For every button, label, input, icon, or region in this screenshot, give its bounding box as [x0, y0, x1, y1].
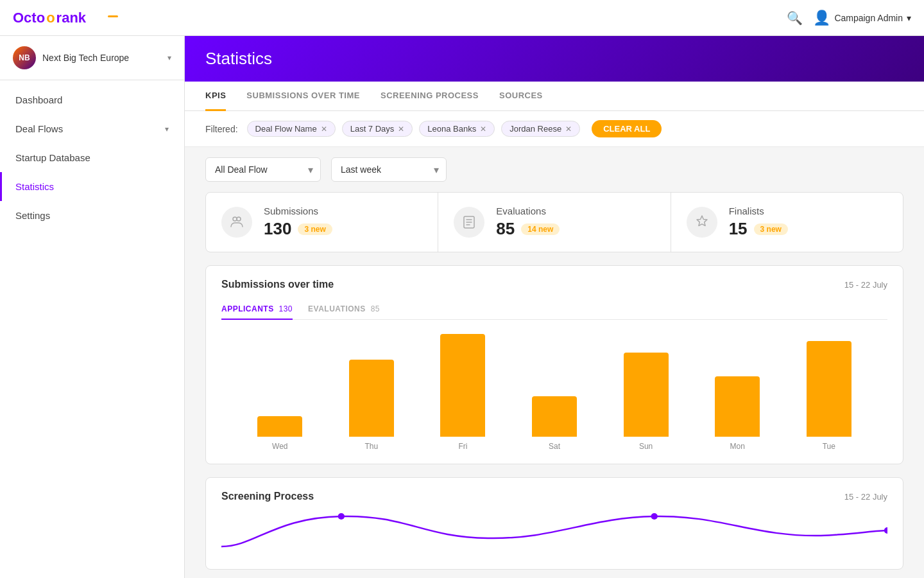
finalists-value-row: 15 3 new [729, 219, 788, 239]
screening-curve-chart [221, 511, 887, 556]
topnav-right: 🔍 👤 Campaign Admin ▾ [787, 10, 911, 26]
finalists-title: Finalists [729, 206, 788, 216]
evaluations-tab-label: EVALUATIONS [308, 304, 366, 313]
filter-chip-last-7-days[interactable]: Last 7 Days ✕ [342, 121, 413, 137]
kpi-card-evaluations: Evaluations 85 14 new [438, 193, 671, 252]
sidebar-item-statistics[interactable]: Statistics [0, 172, 184, 201]
main-layout: NB Next Big Tech Europe ▾ Dashboard Deal… [0, 36, 924, 578]
tab-screening-process[interactable]: SCREENING PROCESS [381, 82, 479, 111]
search-button[interactable]: 🔍 [787, 10, 803, 26]
logo-underline [108, 15, 118, 17]
filters-section: Filtered: Deal Flow Name ✕ Last 7 Days ✕… [185, 111, 924, 147]
chip-deal-flow-name-text: Deal Flow Name [255, 124, 317, 134]
deal-flows-arrow-icon: ▾ [165, 125, 169, 134]
kpi-card-finalists: Finalists 15 3 new [671, 193, 903, 252]
finalists-badge: 3 new [754, 223, 788, 235]
evaluations-tab-count: 85 [371, 304, 380, 313]
chip-leona-banks-text: Leona Banks [427, 124, 476, 134]
filter-chip-leona-banks[interactable]: Leona Banks ✕ [419, 121, 495, 137]
sidebar: NB Next Big Tech Europe ▾ Dashboard Deal… [0, 36, 185, 578]
chart-tab-evaluations[interactable]: EVALUATIONS 85 [308, 299, 380, 320]
evaluations-value: 85 [496, 219, 515, 239]
chart-tab-applicants[interactable]: APPLICANTS 130 [221, 299, 293, 320]
org-selector[interactable]: NB Next Big Tech Europe ▾ [0, 36, 184, 80]
page-title: Statistics [205, 49, 903, 69]
bar-mon [715, 376, 760, 437]
org-chevron-icon: ▾ [167, 53, 171, 62]
finalists-icon [687, 207, 717, 238]
kpi-tabs-bar: KPIs SUBMISSIONS OVER TIME SCREENING PRO… [185, 82, 924, 111]
submissions-title: Submissions [264, 206, 332, 216]
logo: Octoorank [13, 10, 118, 26]
dropdowns-row: All Deal Flow Deal Flow 1 Deal Flow 2 La… [185, 147, 924, 192]
sidebar-item-deal-flows[interactable]: Deal Flows ▾ [0, 114, 184, 143]
content-area: KPIs SUBMISSIONS OVER TIME SCREENING PRO… [185, 82, 924, 578]
statistics-label: Statistics [15, 181, 54, 192]
deal-flow-dropdown[interactable]: All Deal Flow Deal Flow 1 Deal Flow 2 [205, 157, 321, 182]
submissions-value-row: 130 3 new [264, 219, 332, 239]
clear-all-button[interactable]: CLEAR ALL [592, 120, 662, 137]
screening-chart-header: Screening Process 15 - 22 July [221, 491, 887, 502]
screening-title: Screening Process [221, 491, 314, 502]
screening-date-range: 15 - 22 July [844, 492, 887, 502]
finalists-info: Finalists 15 3 new [729, 206, 788, 239]
evaluations-title: Evaluations [496, 206, 560, 216]
tab-kpis[interactable]: KPIs [205, 82, 226, 111]
user-avatar-icon: 👤 [813, 10, 830, 26]
sidebar-nav: Dashboard Deal Flows ▾ Startup Database … [0, 80, 184, 235]
svg-point-3 [338, 513, 345, 520]
submissions-badge: 3 new [298, 223, 332, 235]
filter-chip-deal-flow-name[interactable]: Deal Flow Name ✕ [247, 121, 336, 137]
logo-octo: Octo [13, 10, 45, 26]
chart-title: Submissions over time [221, 279, 334, 290]
logo-rank-o: o [46, 10, 55, 26]
bar-tue [807, 341, 851, 437]
submissions-icon [221, 207, 252, 238]
bar-group-wed: Wed [234, 416, 326, 451]
bar-sat [532, 396, 577, 437]
chip-last-7-days-close-icon[interactable]: ✕ [398, 125, 404, 134]
chart-header: Submissions over time 15 - 22 July [221, 279, 887, 290]
user-label: Campaign Admin [834, 13, 903, 23]
user-menu[interactable]: 👤 Campaign Admin ▾ [813, 10, 911, 26]
bar-label-sun: Sun [639, 442, 653, 451]
applicants-tab-label: APPLICANTS [221, 304, 274, 313]
logo-rank-rest: rank [56, 10, 86, 26]
svg-point-5 [884, 527, 887, 534]
screening-section: Screening Process 15 - 22 July [205, 477, 903, 570]
chip-last-7-days-text: Last 7 Days [350, 124, 395, 134]
period-dropdown[interactable]: Last week Last 7 Days Last 30 Days Last … [331, 157, 447, 182]
filter-chip-jordan-reese[interactable]: Jordan Reese ✕ [501, 121, 580, 137]
bar-thu [349, 360, 394, 437]
evaluations-icon [454, 207, 484, 238]
bar-label-mon: Mon [730, 442, 745, 451]
sidebar-item-dashboard[interactable]: Dashboard [0, 85, 184, 114]
finalists-value: 15 [729, 219, 748, 239]
sidebar-item-startup-database[interactable]: Startup Database [0, 143, 184, 172]
applicants-tab-count: 130 [279, 304, 293, 313]
main-content: Statistics KPIs SUBMISSIONS OVER TIME SC… [185, 36, 924, 578]
settings-label: Settings [15, 210, 50, 221]
bar-wed [257, 416, 302, 437]
sidebar-item-settings[interactable]: Settings [0, 201, 184, 230]
top-navigation: Octoorank 🔍 👤 Campaign Admin ▾ [0, 0, 924, 36]
bar-group-thu: Thu [326, 360, 418, 451]
dashboard-label: Dashboard [15, 94, 62, 105]
bar-label-sat: Sat [549, 442, 560, 451]
deal-flow-dropdown-wrapper: All Deal Flow Deal Flow 1 Deal Flow 2 [205, 157, 321, 182]
svg-point-1 [237, 217, 241, 221]
org-avatar: NB [13, 46, 36, 69]
kpi-cards-row: Submissions 130 3 new [205, 192, 903, 252]
bar-sun [624, 353, 669, 437]
tab-sources[interactable]: SOURCES [499, 82, 543, 111]
svg-point-4 [651, 513, 658, 520]
filtered-label: Filtered: [205, 124, 238, 134]
bar-label-tue: Tue [823, 442, 835, 451]
chip-deal-flow-name-close-icon[interactable]: ✕ [321, 125, 327, 134]
chip-leona-banks-close-icon[interactable]: ✕ [480, 125, 486, 134]
tab-submissions-over-time[interactable]: SUBMISSIONS OVER TIME [246, 82, 360, 111]
page-header: Statistics [185, 36, 924, 82]
chip-jordan-reese-close-icon[interactable]: ✕ [565, 125, 572, 134]
evaluations-badge: 14 new [521, 223, 560, 235]
org-name: Next Big Tech Europe [42, 53, 161, 63]
